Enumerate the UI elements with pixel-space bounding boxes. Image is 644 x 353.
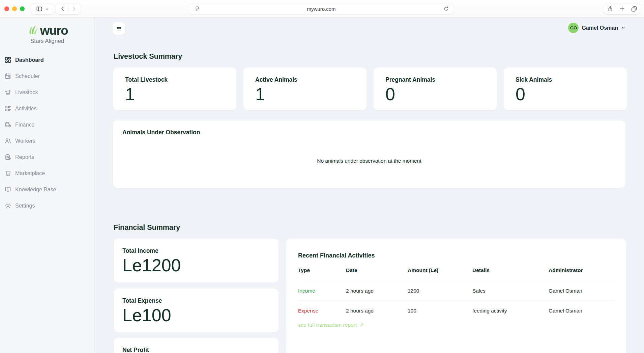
table-row: Income 2 hours ago 1200 Sales Gamel Osma… [298,281,614,301]
column-header-date: Date [346,267,408,273]
stat-label: Pregnant Animals [385,77,497,83]
zoom-window-button[interactable] [20,6,25,11]
stat-label: Sick Animals [516,77,627,83]
column-header-administrator: Administrator [549,267,614,273]
book-icon [4,186,11,193]
address-bar[interactable]: mywuro.com [189,3,453,15]
observation-title: Animals Under Observation [122,129,616,136]
forward-button-icon[interactable] [71,6,77,12]
financial-summary-title: Financial Summary [114,223,180,232]
link-label: see full transaction report [298,322,357,328]
stat-card-pregnant-animals: Pregnant Animals 0 [374,67,497,110]
back-button-icon[interactable] [60,6,66,12]
sidebar-item-dashboard[interactable]: Dashboard [0,52,94,68]
close-window-button[interactable] [4,6,9,11]
toolbar-divider [68,6,68,12]
clipboard-clock-icon [4,154,11,161]
sidebar-item-label: Finance [15,121,35,128]
reload-icon[interactable] [443,6,449,12]
coins-icon [4,121,11,128]
user-name: Gamel Osman [582,25,618,31]
share-icon[interactable] [607,6,613,12]
dog-icon [4,89,11,96]
sidebar-item-knowledge-base[interactable]: Knowledge Base [0,181,94,197]
dashboard-grid-icon [4,56,11,63]
observation-card: Animals Under Observation No animals und… [113,120,625,188]
traffic-lights [4,6,25,11]
sidebar-item-label: Reports [15,154,34,160]
arrow-up-right-icon [359,323,364,327]
browser-toolbar: mywuro.com [0,0,644,18]
page-format-icon[interactable] [194,6,200,12]
cell-date: 2 hours ago [346,288,408,294]
browser-window: mywuro.com [0,0,644,353]
total-expense-card: Total Expense Le100 [114,289,279,332]
new-tab-icon[interactable] [619,6,625,12]
toolbar-right-group [604,3,640,14]
observation-empty-message: No animals under observation at the mome… [122,158,616,164]
leaf-logo-icon [27,24,39,36]
stat-card-sick-animals: Sick Animals 0 [504,67,627,110]
stat-label: Total Livestock [125,77,236,83]
checklist-icon [4,105,11,112]
sidebar-item-marketplace[interactable]: Marketplace [0,165,94,181]
expense-label: Total Expense [122,298,279,304]
menu-toggle-button[interactable] [113,22,125,35]
logo-wordmark: wuro [40,25,68,36]
sidebar-item-activities[interactable]: Activities [0,100,94,116]
user-menu[interactable]: GO Gamel Osman [568,23,625,33]
logo-tagline: Stars Aligned [0,38,94,45]
cell-administrator: Gamel Osman [549,288,614,294]
sidebar-item-workers[interactable]: Workers [0,133,94,149]
column-header-details: Details [472,267,549,273]
sidebar-item-scheduler[interactable]: Scheduler [0,68,94,84]
toolbar-sidebar-group [31,3,54,14]
cell-type: Expense [298,308,346,314]
stat-label: Active Animals [255,77,367,83]
sidebar-item-reports[interactable]: Reports [0,149,94,165]
sidebar-item-settings[interactable]: Settings [0,197,94,214]
avatar: GO [568,23,579,33]
sidebar-item-label: Dashboard [15,57,44,63]
main-content: GO Gamel Osman Livestock Summary Total L… [95,18,644,353]
cell-administrator: Gamel Osman [549,308,614,314]
expense-value: Le100 [122,306,279,324]
income-value: Le1200 [122,256,279,274]
chevron-down-icon [621,25,625,31]
stat-value: 1 [125,85,236,103]
stat-value: 1 [255,85,367,103]
stat-card-active-animals: Active Animals 1 [243,67,367,110]
cell-amount: 1200 [408,288,472,294]
cart-icon [4,170,11,177]
tab-overview-icon[interactable] [631,6,637,12]
income-label: Total Income [122,248,279,254]
cell-details: Sales [472,288,549,294]
minimize-window-button[interactable] [12,6,17,11]
sidebar-nav: Dashboard Scheduler Livestock Activities… [0,52,94,214]
stat-value: 0 [385,85,497,103]
chevron-down-icon[interactable] [45,7,49,11]
cell-date: 2 hours ago [346,308,408,314]
net-profit-label: Net Profit [122,347,279,353]
sidebar-toggle-icon[interactable] [36,6,42,12]
table-row: Expense 2 hours ago 100 feeding activity… [298,301,614,318]
app-logo: wuro [0,18,94,36]
hamburger-icon [116,26,122,32]
cell-type: Income [298,288,346,294]
gear-icon [4,202,11,209]
column-header-amount: Amount (Le) [408,267,472,273]
sidebar-item-label: Marketplace [15,170,45,176]
table-header-row: Type Date Amount (Le) Details Administra… [298,267,614,281]
sidebar-item-label: Activities [15,105,37,112]
sidebar: wuro Stars Aligned Dashboard Scheduler L… [0,18,95,353]
livestock-stat-cards: Total Livestock 1 Active Animals 1 Pregn… [113,67,627,110]
sidebar-item-livestock[interactable]: Livestock [0,84,94,100]
activities-table: Type Date Amount (Le) Details Administra… [298,267,614,318]
sidebar-item-label: Knowledge Base [15,186,56,193]
livestock-summary-title: Livestock Summary [114,52,182,61]
full-transaction-report-link[interactable]: see full transaction report [298,322,364,328]
sidebar-item-finance[interactable]: Finance [0,116,94,133]
toolbar-history-group [56,3,81,14]
sidebar-item-label: Workers [15,138,35,144]
column-header-type: Type [298,267,346,273]
